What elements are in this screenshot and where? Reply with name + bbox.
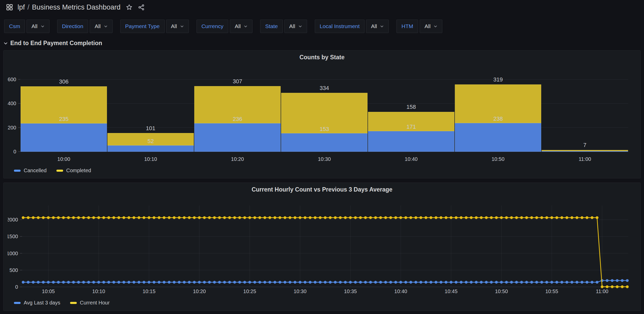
breadcrumb: lpf / Business Metrics Dashboard bbox=[18, 3, 121, 11]
svg-text:101: 101 bbox=[146, 125, 155, 131]
svg-text:10:10: 10:10 bbox=[92, 288, 105, 294]
filter-group-csm: CsmAll bbox=[4, 20, 49, 33]
counts-by-state-chart: 020040060030623510:001015210:1030723610:… bbox=[8, 62, 636, 165]
svg-text:153: 153 bbox=[320, 126, 329, 132]
filter-label-direction: Direction bbox=[57, 20, 88, 33]
svg-text:200: 200 bbox=[8, 125, 16, 130]
panel-counts-by-state: Counts by State 020040060030623510:00101… bbox=[3, 50, 641, 178]
svg-text:235: 235 bbox=[59, 116, 69, 122]
dashboard-header: lpf / Business Metrics Dashboard bbox=[0, 0, 644, 14]
svg-text:236: 236 bbox=[233, 116, 242, 122]
filter-group-payment-type: Payment TypeAll bbox=[120, 20, 189, 33]
legend-item-current-hour[interactable]: Current Hour bbox=[70, 300, 110, 306]
filter-value-payment-type[interactable]: All bbox=[166, 20, 189, 33]
filter-bar: CsmAllDirectionAllPayment TypeAllCurrenc… bbox=[4, 20, 644, 33]
legend-swatch bbox=[14, 170, 21, 172]
filter-label-state: State bbox=[260, 20, 283, 33]
legend-swatch bbox=[14, 302, 21, 304]
filter-selected-value: All bbox=[425, 23, 430, 29]
legend-item-cancelled[interactable]: Cancelled bbox=[14, 168, 47, 173]
filter-selected-value: All bbox=[371, 23, 377, 29]
panel-title[interactable]: Counts by State bbox=[8, 53, 636, 62]
bar-chart-svg: 020040060030623510:001015210:1030723610:… bbox=[8, 62, 636, 165]
svg-text:2000: 2000 bbox=[8, 217, 18, 222]
svg-text:10:00: 10:00 bbox=[57, 156, 70, 162]
legend-item-completed[interactable]: Completed bbox=[56, 168, 91, 173]
filter-group-currency: CurrencyAll bbox=[197, 20, 253, 33]
svg-text:600: 600 bbox=[8, 77, 16, 82]
section-toggle-end-to-end-payment-completion[interactable]: End to End Payment Completion bbox=[4, 40, 644, 47]
chart-legend: CancelledCompleted bbox=[8, 165, 636, 173]
filter-selected-value: All bbox=[31, 23, 37, 29]
svg-text:10:35: 10:35 bbox=[344, 288, 357, 294]
filter-value-local-instrument[interactable]: All bbox=[366, 20, 389, 33]
svg-text:400: 400 bbox=[8, 101, 16, 106]
filter-group-local-instrument: Local InstrumentAll bbox=[315, 20, 389, 33]
chevron-down-icon bbox=[41, 24, 45, 28]
svg-text:319: 319 bbox=[493, 76, 503, 83]
breadcrumb-root[interactable]: lpf bbox=[18, 3, 25, 11]
filter-value-state[interactable]: All bbox=[284, 20, 307, 33]
chevron-down-icon bbox=[380, 24, 384, 28]
hourly-vs-average-chart: 050010001500200010:0510:1010:1510:2010:2… bbox=[8, 195, 636, 297]
section-title: End to End Payment Completion bbox=[10, 40, 102, 47]
filter-group-htm: HTMAll bbox=[396, 20, 442, 33]
share-icon[interactable] bbox=[138, 4, 145, 11]
svg-text:158: 158 bbox=[406, 104, 416, 110]
chart-legend: Avg Last 3 daysCurrent Hour bbox=[8, 297, 636, 306]
svg-text:10:30: 10:30 bbox=[294, 288, 307, 294]
svg-text:10:20: 10:20 bbox=[231, 156, 244, 162]
svg-text:238: 238 bbox=[493, 115, 503, 122]
svg-text:0: 0 bbox=[13, 149, 16, 154]
svg-text:10:25: 10:25 bbox=[243, 288, 256, 294]
svg-text:10:40: 10:40 bbox=[405, 156, 418, 162]
chevron-down-icon bbox=[180, 24, 184, 28]
line-chart-svg: 050010001500200010:0510:1010:1510:2010:2… bbox=[8, 195, 636, 297]
svg-text:10:40: 10:40 bbox=[394, 288, 407, 294]
svg-text:10:50: 10:50 bbox=[495, 288, 508, 294]
svg-text:171: 171 bbox=[406, 123, 416, 130]
apps-grid-icon[interactable] bbox=[6, 3, 13, 11]
panel-hourly-vs-average: Current Hourly Count vs Previous 3 Days … bbox=[3, 183, 641, 311]
filter-label-currency: Currency bbox=[197, 20, 228, 33]
svg-text:0: 0 bbox=[15, 284, 18, 290]
chevron-down-icon bbox=[104, 24, 108, 28]
svg-text:10:05: 10:05 bbox=[42, 288, 55, 294]
chevron-down-icon bbox=[298, 24, 302, 28]
chevron-down-icon bbox=[244, 24, 248, 28]
legend-swatch bbox=[56, 170, 63, 172]
filter-selected-value: All bbox=[95, 23, 100, 29]
legend-label: Avg Last 3 days bbox=[24, 300, 60, 306]
svg-text:52: 52 bbox=[147, 138, 154, 144]
filter-label-local-instrument: Local Instrument bbox=[315, 20, 365, 33]
filter-value-csm[interactable]: All bbox=[27, 20, 49, 33]
filter-group-direction: DirectionAll bbox=[57, 20, 113, 33]
svg-text:10:20: 10:20 bbox=[193, 288, 206, 294]
panel-title[interactable]: Current Hourly Count vs Previous 3 Days … bbox=[8, 185, 636, 195]
svg-text:11:00: 11:00 bbox=[596, 288, 608, 294]
svg-text:1000: 1000 bbox=[8, 251, 18, 256]
svg-text:10:15: 10:15 bbox=[142, 288, 155, 294]
filter-value-direction[interactable]: All bbox=[90, 20, 112, 33]
filter-selected-value: All bbox=[289, 23, 295, 29]
legend-label: Cancelled bbox=[24, 168, 47, 173]
svg-text:306: 306 bbox=[59, 78, 69, 85]
filter-selected-value: All bbox=[171, 23, 177, 29]
svg-text:11:00: 11:00 bbox=[579, 156, 591, 162]
star-icon[interactable] bbox=[126, 4, 133, 11]
svg-text:10:45: 10:45 bbox=[445, 288, 457, 294]
chevron-down-icon bbox=[4, 41, 8, 45]
page-title: Business Metrics Dashboard bbox=[32, 3, 121, 11]
legend-swatch bbox=[70, 302, 77, 304]
legend-label: Completed bbox=[66, 168, 91, 173]
breadcrumb-separator: / bbox=[28, 3, 30, 11]
legend-item-avg-last-3-days[interactable]: Avg Last 3 days bbox=[14, 300, 60, 306]
filter-value-htm[interactable]: All bbox=[420, 20, 442, 33]
svg-text:10:10: 10:10 bbox=[144, 156, 157, 162]
svg-text:10:50: 10:50 bbox=[492, 156, 504, 162]
filter-selected-value: All bbox=[235, 23, 241, 29]
svg-text:10:30: 10:30 bbox=[318, 156, 331, 162]
filter-value-currency[interactable]: All bbox=[230, 20, 252, 33]
svg-text:7: 7 bbox=[583, 142, 586, 148]
svg-text:500: 500 bbox=[10, 267, 18, 273]
